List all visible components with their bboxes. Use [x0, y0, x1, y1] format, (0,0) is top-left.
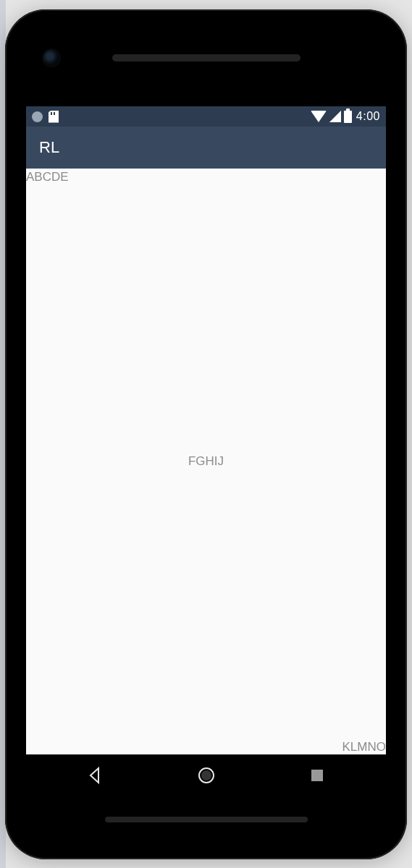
- nav-recent-button[interactable]: [308, 767, 326, 784]
- wifi-icon: [311, 111, 327, 122]
- status-bar: 4:00: [26, 106, 386, 127]
- notification-dot-icon: [32, 111, 43, 122]
- svg-point-1: [201, 770, 211, 780]
- status-clock: 4:00: [356, 110, 380, 123]
- bottom-speaker-icon: [105, 817, 308, 822]
- text-bottom-right: KLMNO: [342, 740, 386, 754]
- svg-rect-2: [311, 770, 323, 781]
- device-frame: 4:00 RL ABCDE FGHIJ KLMNO: [5, 9, 407, 859]
- status-bar-left: [32, 111, 59, 123]
- battery-icon: [344, 111, 352, 123]
- app-title: RL: [39, 138, 59, 157]
- front-camera-icon: [43, 50, 59, 66]
- navigation-bar: [26, 754, 386, 796]
- screen: 4:00 RL ABCDE FGHIJ KLMNO: [26, 106, 386, 796]
- text-top-left: ABCDE: [26, 170, 69, 184]
- nav-back-button[interactable]: [86, 766, 105, 785]
- device-inner: 4:00 RL ABCDE FGHIJ KLMNO: [16, 21, 396, 847]
- nav-home-button[interactable]: [196, 765, 217, 786]
- status-bar-right: 4:00: [311, 110, 380, 123]
- top-speaker-icon: [112, 54, 300, 61]
- action-bar: RL: [26, 127, 386, 169]
- sd-card-icon: [49, 111, 59, 123]
- content-area: ABCDE FGHIJ KLMNO: [26, 169, 386, 754]
- cell-signal-icon: [329, 111, 341, 122]
- text-center: FGHIJ: [188, 454, 224, 469]
